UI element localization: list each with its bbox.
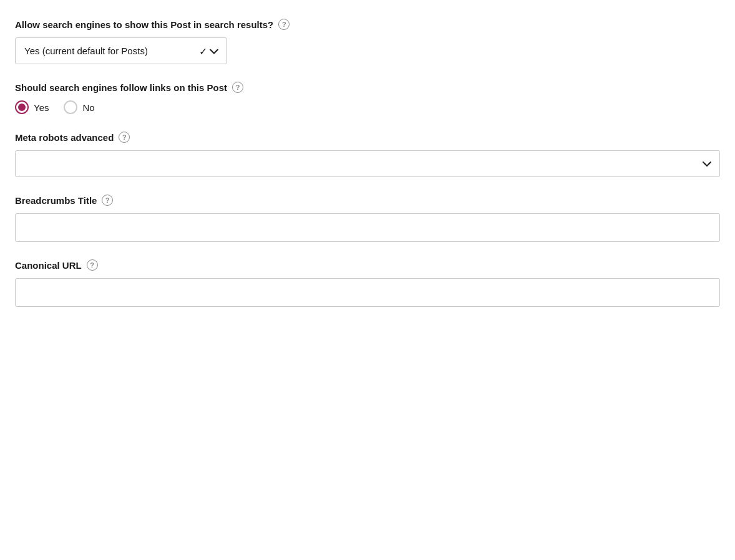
- meta-robots-help-icon[interactable]: ?: [119, 132, 130, 143]
- canonical-url-help-icon[interactable]: ?: [87, 259, 98, 271]
- canonical-url-text: Canonical URL: [15, 260, 82, 271]
- meta-robots-select[interactable]: No Image Index No Archive No Snippet: [15, 150, 720, 177]
- allow-search-engines-text: Allow search engines to show this Post i…: [15, 19, 273, 30]
- meta-robots-section: Meta robots advanced ? No Image Index No…: [15, 132, 720, 177]
- breadcrumbs-title-help-icon[interactable]: ?: [102, 195, 113, 206]
- breadcrumbs-title-section: Breadcrumbs Title ?: [15, 195, 720, 242]
- canonical-url-input[interactable]: [15, 278, 720, 307]
- follow-links-text: Should search engines follow links on th…: [15, 82, 227, 93]
- radio-no-label[interactable]: No: [64, 100, 94, 114]
- follow-links-help-icon[interactable]: ?: [232, 82, 243, 93]
- radio-yes-text: Yes: [34, 102, 49, 113]
- canonical-url-label: Canonical URL ?: [15, 259, 720, 271]
- radio-yes-label[interactable]: Yes: [15, 100, 49, 114]
- breadcrumbs-title-text: Breadcrumbs Title: [15, 195, 97, 206]
- allow-search-engines-label: Allow search engines to show this Post i…: [15, 19, 720, 30]
- meta-robots-text: Meta robots advanced: [15, 132, 114, 143]
- follow-links-section: Should search engines follow links on th…: [15, 82, 720, 114]
- canonical-url-section: Canonical URL ?: [15, 259, 720, 307]
- breadcrumbs-title-label: Breadcrumbs Title ?: [15, 195, 720, 206]
- radio-no-input[interactable]: [64, 100, 77, 114]
- allow-search-engines-help-icon[interactable]: ?: [278, 19, 290, 30]
- radio-yes-input[interactable]: [15, 100, 29, 114]
- breadcrumbs-title-input[interactable]: [15, 213, 720, 242]
- search-engines-select-wrapper: Yes (current default for Posts) No ✓: [15, 37, 227, 64]
- meta-robots-label: Meta robots advanced ?: [15, 132, 720, 143]
- follow-links-label: Should search engines follow links on th…: [15, 82, 720, 93]
- meta-robots-select-wrapper: No Image Index No Archive No Snippet: [15, 150, 720, 177]
- follow-links-radio-group: Yes No: [15, 100, 720, 114]
- search-engines-select[interactable]: Yes (current default for Posts) No: [15, 37, 227, 64]
- allow-search-engines-section: Allow search engines to show this Post i…: [15, 19, 720, 64]
- radio-no-text: No: [82, 102, 94, 113]
